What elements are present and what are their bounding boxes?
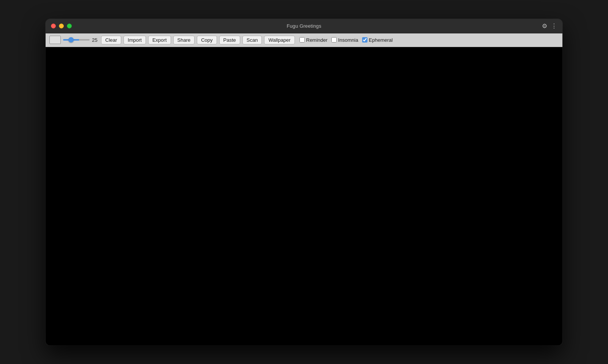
- menu-icon[interactable]: ⋮: [551, 22, 557, 30]
- export-button[interactable]: Export: [148, 36, 171, 44]
- titlebar-actions: ⚙ ⋮: [542, 22, 557, 30]
- ephemeral-text: Ephemeral: [369, 37, 393, 43]
- brush-size-slider[interactable]: [63, 39, 90, 41]
- app-window: Fugu Greetings ⚙ ⋮ 25 Clear Import Expor…: [46, 19, 562, 345]
- import-button[interactable]: Import: [124, 36, 146, 44]
- scan-button[interactable]: Scan: [242, 36, 262, 44]
- window-title: Fugu Greetings: [287, 23, 321, 29]
- reminder-text: Reminder: [306, 37, 328, 43]
- titlebar: Fugu Greetings ⚙ ⋮: [46, 19, 562, 33]
- reminder-checkbox[interactable]: [299, 37, 305, 43]
- minimize-button[interactable]: [59, 24, 64, 28]
- copy-button[interactable]: Copy: [197, 36, 217, 44]
- toolbar: 25 Clear Import Export Share Copy Paste …: [46, 33, 562, 47]
- slider-container: 25: [63, 37, 99, 43]
- maximize-button[interactable]: [67, 24, 72, 28]
- ephemeral-checkbox[interactable]: [362, 37, 367, 43]
- close-button[interactable]: [51, 24, 56, 28]
- color-swatch[interactable]: [49, 36, 61, 44]
- slider-value: 25: [92, 37, 99, 43]
- clear-button[interactable]: Clear: [101, 36, 121, 44]
- insomnia-text: Insomnia: [338, 37, 358, 43]
- checkbox-group: Reminder Insomnia Ephemeral: [299, 37, 393, 43]
- wallpaper-button[interactable]: Wallpaper: [264, 36, 294, 44]
- share-button[interactable]: Share: [173, 36, 195, 44]
- reminder-label[interactable]: Reminder: [299, 37, 328, 43]
- traffic-lights: [51, 24, 72, 28]
- insomnia-label[interactable]: Insomnia: [331, 37, 358, 43]
- extensions-icon[interactable]: ⚙: [542, 22, 547, 30]
- paste-button[interactable]: Paste: [219, 36, 240, 44]
- ephemeral-label[interactable]: Ephemeral: [362, 37, 393, 43]
- canvas-area[interactable]: [46, 47, 562, 345]
- insomnia-checkbox[interactable]: [331, 37, 337, 43]
